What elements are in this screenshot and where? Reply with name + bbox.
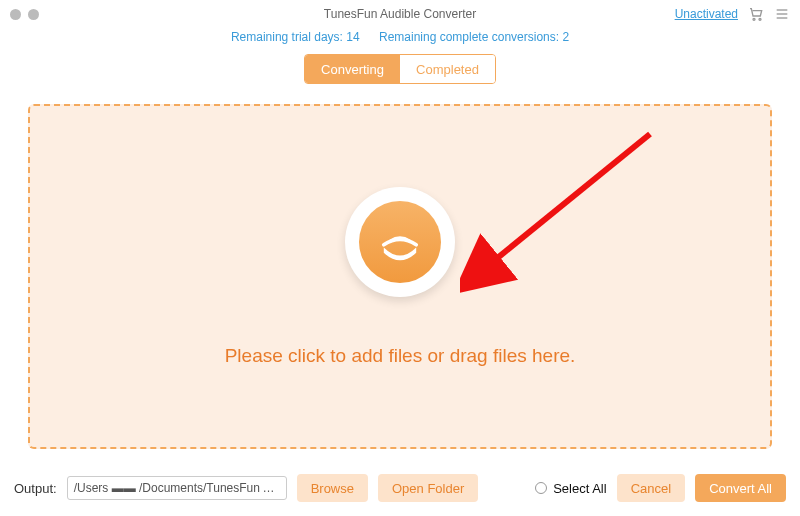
tab-completed[interactable]: Completed <box>400 55 495 83</box>
svg-point-0 <box>753 18 755 20</box>
annotation-arrow-icon <box>460 124 660 294</box>
dropzone-hint: Please click to add files or drag files … <box>225 345 576 367</box>
tab-converting[interactable]: Converting <box>305 55 400 83</box>
window-controls <box>10 9 39 20</box>
audible-icon <box>359 201 441 283</box>
dropzone[interactable]: Please click to add files or drag files … <box>28 104 772 449</box>
cancel-button[interactable]: Cancel <box>617 474 685 502</box>
open-folder-button[interactable]: Open Folder <box>378 474 478 502</box>
tab-bar: Converting Completed <box>0 54 800 84</box>
select-all-radio-icon <box>535 482 547 494</box>
select-all-toggle[interactable]: Select All <box>535 481 606 496</box>
trial-days: Remaining trial days: 14 <box>231 30 360 44</box>
output-label: Output: <box>14 481 57 496</box>
output-path-field[interactable]: /Users ▬▬ /Documents/TunesFun Audibl... <box>67 476 287 500</box>
menu-icon[interactable] <box>774 6 790 22</box>
svg-line-5 <box>490 134 650 264</box>
minimize-window-icon[interactable] <box>28 9 39 20</box>
close-window-icon[interactable] <box>10 9 21 20</box>
titlebar: TunesFun Audible Converter Unactivated <box>0 0 800 28</box>
footer-bar: Output: /Users ▬▬ /Documents/TunesFun Au… <box>0 460 800 516</box>
cart-icon[interactable] <box>748 6 764 22</box>
svg-point-1 <box>759 18 761 20</box>
audible-logo-circle <box>345 187 455 297</box>
trial-conversions: Remaining complete conversions: 2 <box>379 30 569 44</box>
select-all-label: Select All <box>553 481 606 496</box>
unactivated-link[interactable]: Unactivated <box>675 7 738 21</box>
trial-info: Remaining trial days: 14 Remaining compl… <box>0 30 800 44</box>
header-right: Unactivated <box>675 6 790 22</box>
browse-button[interactable]: Browse <box>297 474 368 502</box>
convert-all-button[interactable]: Convert All <box>695 474 786 502</box>
